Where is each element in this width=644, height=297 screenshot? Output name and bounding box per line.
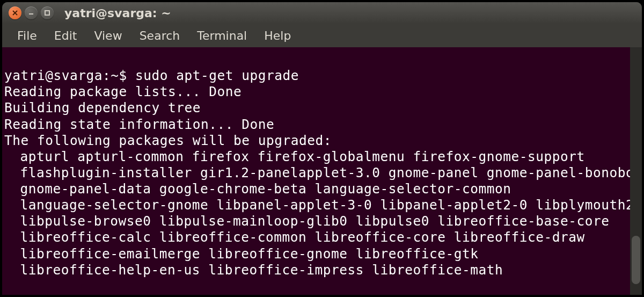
- package-line: language-selector-gnome libpanel-applet-…: [4, 197, 625, 213]
- output-line: Building dependency tree: [4, 100, 625, 116]
- package-line: libreoffice-help-en-us libreoffice-impre…: [4, 262, 625, 278]
- package-line: libreoffice-calc libreoffice-common libr…: [4, 229, 625, 245]
- output-line: The following packages will be upgraded:: [4, 133, 625, 149]
- minimize-button[interactable]: [25, 6, 38, 19]
- window-controls: [9, 6, 54, 19]
- package-line: libreoffice-emailmerge libreoffice-gnome…: [4, 246, 625, 262]
- maximize-button[interactable]: [41, 6, 54, 19]
- package-line: libpulse-browse0 libpulse-mainloop-glib0…: [4, 213, 625, 229]
- menu-edit[interactable]: Edit: [46, 26, 86, 46]
- menubar: File Edit View Search Terminal Help: [2, 24, 642, 47]
- scroll-thumb[interactable]: [632, 236, 640, 284]
- menu-file[interactable]: File: [9, 26, 46, 46]
- output-line: Reading package lists... Done: [4, 84, 625, 100]
- terminal-window: yatri@svarga: ~ File Edit View Search Te…: [2, 2, 642, 295]
- terminal-output[interactable]: yatri@svarga:~$ sudo apt-get upgradeRead…: [2, 47, 630, 295]
- package-line: flashplugin-installer gir1.2-panelapplet…: [4, 165, 625, 181]
- package-line: apturl apturl-common firefox firefox-glo…: [4, 149, 625, 165]
- command: sudo apt-get upgrade: [135, 68, 299, 83]
- menu-help[interactable]: Help: [255, 26, 299, 46]
- titlebar: yatri@svarga: ~: [2, 2, 642, 24]
- package-line: gnome-panel-data google-chrome-beta lang…: [4, 181, 625, 197]
- close-icon: [12, 10, 18, 16]
- menu-search[interactable]: Search: [131, 26, 189, 46]
- maximize-icon: [44, 10, 50, 16]
- menu-terminal[interactable]: Terminal: [188, 26, 255, 46]
- svg-rect-3: [45, 11, 49, 15]
- menu-view[interactable]: View: [85, 26, 130, 46]
- output-line: Reading state information... Done: [4, 117, 625, 133]
- scrollbar[interactable]: [630, 47, 642, 295]
- window-title: yatri@svarga: ~: [64, 6, 171, 20]
- prompt: yatri@svarga:~$: [4, 68, 127, 83]
- close-button[interactable]: [9, 6, 21, 19]
- minimize-icon: [28, 10, 34, 16]
